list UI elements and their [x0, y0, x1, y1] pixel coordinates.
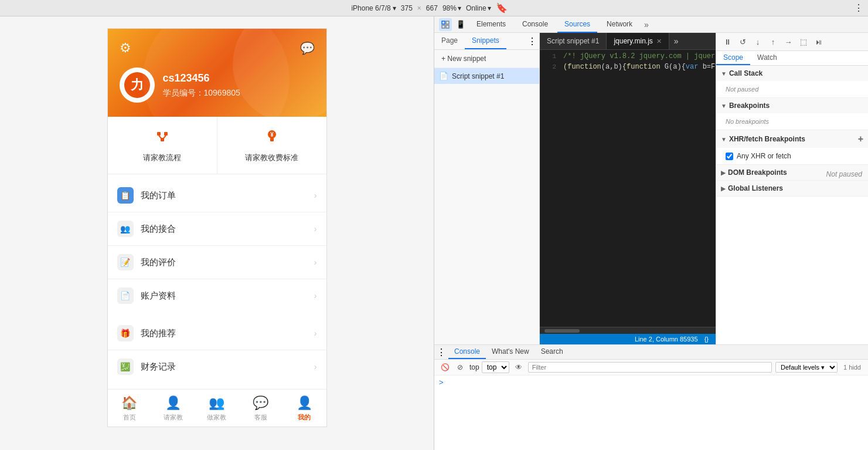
- orders-icon: 📋: [117, 187, 134, 204]
- svg-rect-9: [270, 138, 274, 141]
- quick-action-tutorial[interactable]: 请家教流程: [108, 117, 217, 174]
- referral-label: 我的推荐: [141, 328, 307, 339]
- add-xhr-breakpoint-icon[interactable]: +: [858, 134, 863, 144]
- code-tab-snippet-label: Script snippet #1: [547, 37, 599, 45]
- global-listeners-section: Global Listeners: [716, 181, 868, 197]
- network-selector[interactable]: Online ▾: [466, 4, 491, 12]
- bottom-navigation: 🏠 首页 👤 请家教 👥 做家教 💬 客服 👤 我的: [108, 389, 326, 427]
- code-tab-jquery[interactable]: jquery.min.js ✕: [607, 33, 669, 49]
- dom-label: DOM Breakpoints: [728, 168, 787, 177]
- chat-icon[interactable]: 💬: [300, 41, 315, 55]
- nav-mine[interactable]: 👤 我的: [282, 390, 326, 427]
- step-over-btn[interactable]: ↺: [736, 35, 749, 48]
- preserve-log-btn[interactable]: ⊘: [454, 361, 466, 373]
- snippet-item-1[interactable]: 📄 Script snippet #1: [434, 68, 539, 84]
- console-context: top top: [469, 361, 509, 373]
- tab-network[interactable]: Network: [600, 16, 639, 33]
- menu-item-finance[interactable]: 💹 财务记录 ›: [108, 350, 326, 383]
- console-more-icon[interactable]: ⋮: [437, 347, 448, 358]
- svg-rect-2: [157, 132, 161, 136]
- xhr-any-label: Any XHR or fetch: [737, 152, 791, 160]
- dom-arrow: [721, 170, 726, 176]
- console-input-prompt[interactable]: >: [439, 378, 863, 387]
- more-tabs-icon[interactable]: »: [642, 20, 651, 29]
- zoom-selector[interactable]: 98% ▾: [442, 4, 461, 12]
- breakpoints-section: Breakpoints No breakpoints: [716, 98, 868, 130]
- xhr-breakpoints-section: XHR/fetch Breakpoints + Any XHR or fetch: [716, 130, 868, 165]
- pricing-label: 请家教收费标准: [245, 153, 298, 163]
- tab-watch[interactable]: Watch: [750, 51, 784, 65]
- more-code-tabs-icon[interactable]: »: [669, 33, 683, 49]
- code-line-1: 1 /*! jQuery v1.8.2 jquery.com | jquer: [540, 52, 716, 63]
- code-tab-snippet[interactable]: Script snippet #1: [540, 33, 607, 49]
- quick-action-pricing[interactable]: ¥ 请家教收费标准: [217, 117, 326, 174]
- console-output[interactable]: >: [434, 375, 868, 450]
- reviews-label: 我的评价: [141, 257, 307, 268]
- snippets-pane: Page Snippets ⋮ + New snippet 📄 Script s…: [434, 33, 540, 344]
- tab-snippets[interactable]: Snippets: [465, 33, 506, 49]
- snippets-more-icon[interactable]: ⋮: [525, 33, 539, 49]
- xhr-header[interactable]: XHR/fetch Breakpoints +: [716, 130, 868, 148]
- tab-console[interactable]: Console: [448, 345, 486, 359]
- nav-hire-tutor[interactable]: 👤 请家教: [151, 390, 195, 427]
- console-filter-input[interactable]: [528, 362, 772, 373]
- prompt-symbol: >: [439, 378, 444, 387]
- tab-elements[interactable]: Elements: [469, 16, 513, 33]
- user-details: cs123456 学员编号：10969805: [163, 72, 240, 99]
- phone-frame: ⚙ 💬 力 cs123456 学员编号：10969805: [107, 28, 327, 427]
- viewport-height: 667: [426, 4, 438, 12]
- tab-console[interactable]: Console: [515, 16, 555, 33]
- nav-home[interactable]: 🏠 首页: [108, 390, 152, 427]
- context-select[interactable]: top: [482, 361, 509, 373]
- tab-sources[interactable]: Sources: [557, 16, 597, 33]
- call-stack-header[interactable]: Call Stack: [716, 66, 868, 81]
- pause-btn[interactable]: ⏸: [721, 35, 734, 48]
- clear-console-btn[interactable]: 🚫: [439, 361, 451, 373]
- menu-item-referral[interactable]: 🎁 我的推荐 ›: [108, 317, 326, 350]
- matching-icon: 👥: [117, 221, 134, 237]
- scope-not-paused: Not paused: [826, 170, 862, 178]
- code-horizontal-scrollbar[interactable]: [540, 327, 716, 334]
- breakpoints-header[interactable]: Breakpoints: [716, 98, 868, 113]
- matching-label: 我的接合: [141, 224, 307, 235]
- xhr-any-checkbox[interactable]: [726, 153, 733, 160]
- pretty-print-icon[interactable]: {}: [704, 336, 709, 343]
- show-live-expressions-btn[interactable]: 👁: [513, 361, 525, 373]
- scroll-thumb[interactable]: [544, 329, 580, 333]
- default-levels-select[interactable]: Default levels ▾: [775, 362, 838, 373]
- device-selector[interactable]: iPhone 6/7/8 ▾: [351, 4, 396, 12]
- menu-item-profile[interactable]: 📄 账户资料 ›: [108, 279, 326, 312]
- tutorial-label: 请家教流程: [143, 153, 181, 163]
- step-btn[interactable]: →: [782, 35, 795, 48]
- step-into-btn[interactable]: ↓: [751, 35, 764, 48]
- new-snippet-button[interactable]: + New snippet: [437, 52, 491, 65]
- code-editor[interactable]: 1 /*! jQuery v1.8.2 jquery.com | jquer 2…: [540, 50, 716, 327]
- viewport-separator: ×: [417, 4, 421, 12]
- settings-icon[interactable]: ⚙: [120, 40, 131, 56]
- nav-be-tutor[interactable]: 👥 做家教: [195, 390, 239, 427]
- menu-item-reviews[interactable]: 📝 我的评价 ›: [108, 246, 326, 279]
- menu-item-matching[interactable]: 👥 我的接合 ›: [108, 212, 326, 246]
- mobile-view-btn[interactable]: 📱: [454, 18, 467, 31]
- menu-item-orders[interactable]: 📋 我的订单 ›: [108, 179, 326, 212]
- nav-service[interactable]: 💬 客服: [239, 390, 282, 427]
- call-stack-status: Not paused: [726, 83, 859, 95]
- chevron-right-icon: ›: [314, 362, 317, 371]
- user-info-section: 力 cs123456 学员编号：10969805: [120, 67, 315, 103]
- tab-page[interactable]: Page: [434, 33, 465, 49]
- activate-exceptions-btn[interactable]: ⏯: [812, 35, 825, 48]
- debug-tabs: Scope Watch: [716, 51, 868, 66]
- step-out-btn[interactable]: ↑: [767, 35, 780, 48]
- more-options-icon[interactable]: ⋮: [854, 2, 863, 13]
- close-tab-icon[interactable]: ✕: [656, 38, 662, 45]
- tab-scope[interactable]: Scope: [716, 51, 750, 65]
- bookmark-icon[interactable]: 🔖: [496, 2, 508, 13]
- mine-icon: 👤: [297, 395, 312, 411]
- global-listeners-header[interactable]: Global Listeners: [716, 181, 868, 196]
- inspect-element-btn[interactable]: [439, 18, 452, 31]
- service-icon: 💬: [253, 395, 268, 411]
- xhr-arrow: [721, 136, 727, 143]
- deactivate-btn[interactable]: ⬚: [797, 35, 810, 48]
- tab-whats-new[interactable]: What's New: [486, 345, 535, 359]
- tab-search[interactable]: Search: [535, 345, 569, 359]
